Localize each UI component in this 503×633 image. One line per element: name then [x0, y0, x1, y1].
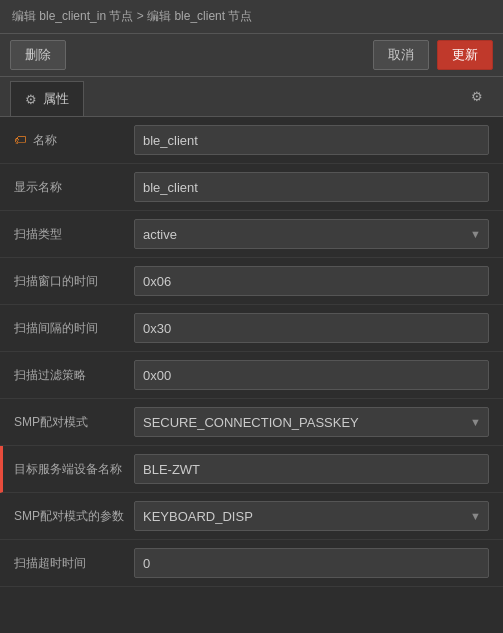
cancel-button[interactable]: 取消 [373, 40, 429, 70]
form-row-scan_interval: 扫描间隔的时间 [0, 305, 503, 352]
label-target_device: 目标服务端设备名称 [14, 461, 134, 478]
input-target_device[interactable] [134, 454, 489, 484]
label-name: 🏷名称 [14, 132, 134, 149]
label-display_name: 显示名称 [14, 179, 134, 196]
input-name[interactable] [134, 125, 489, 155]
label-scan_window: 扫描窗口的时间 [14, 273, 134, 290]
form-row-scan_filter: 扫描过滤策略 [0, 352, 503, 399]
label-text-scan_filter: 扫描过滤策略 [14, 367, 86, 384]
input-scan_timeout[interactable] [134, 548, 489, 578]
tag-icon: 🏷 [14, 132, 26, 149]
delete-button[interactable]: 删除 [10, 40, 66, 70]
tab-settings-gear[interactable]: ⚙ [461, 81, 493, 112]
select-wrapper-smp_params: KEYBOARD_DISPNO_INPUT_NO_OUTPUTDISPLAY_O… [134, 501, 489, 531]
form-row-display_name: 显示名称 [0, 164, 503, 211]
label-text-scan_interval: 扫描间隔的时间 [14, 320, 98, 337]
input-scan_window[interactable] [134, 266, 489, 296]
form-row-smp_params: SMP配对模式的参数KEYBOARD_DISPNO_INPUT_NO_OUTPU… [0, 493, 503, 540]
settings-gear-icon: ⚙ [471, 89, 483, 104]
label-text-target_device: 目标服务端设备名称 [14, 461, 122, 478]
label-scan_interval: 扫描间隔的时间 [14, 320, 134, 337]
form-row-scan_type: 扫描类型activepassive▼ [0, 211, 503, 258]
select-smp_params[interactable]: KEYBOARD_DISPNO_INPUT_NO_OUTPUTDISPLAY_O… [134, 501, 489, 531]
label-smp_params: SMP配对模式的参数 [14, 508, 134, 525]
form-row-scan_window: 扫描窗口的时间 [0, 258, 503, 305]
form-row-smp_mode: SMP配对模式SECURE_CONNECTION_PASSKEYJUST_WOR… [0, 399, 503, 446]
label-text-smp_mode: SMP配对模式 [14, 414, 88, 431]
breadcrumb: 编辑 ble_client_in 节点 > 编辑 ble_client 节点 [0, 0, 503, 34]
action-bar: 删除 取消 更新 [0, 34, 503, 77]
form-row-target_device: 目标服务端设备名称 [0, 446, 503, 493]
label-text-name: 名称 [33, 132, 57, 149]
form-row-scan_timeout: 扫描超时时间 [0, 540, 503, 587]
input-scan_interval[interactable] [134, 313, 489, 343]
label-smp_mode: SMP配对模式 [14, 414, 134, 431]
input-display_name[interactable] [134, 172, 489, 202]
label-text-scan_window: 扫描窗口的时间 [14, 273, 98, 290]
input-scan_filter[interactable] [134, 360, 489, 390]
tab-label: 属性 [43, 90, 69, 108]
select-wrapper-scan_type: activepassive▼ [134, 219, 489, 249]
tab-bar: ⚙ 属性 ⚙ [0, 77, 503, 117]
label-scan_type: 扫描类型 [14, 226, 134, 243]
select-smp_mode[interactable]: SECURE_CONNECTION_PASSKEYJUST_WORKSPASSK… [134, 407, 489, 437]
gear-icon: ⚙ [25, 92, 37, 107]
select-scan_type[interactable]: activepassive [134, 219, 489, 249]
content-area: 🏷名称显示名称扫描类型activepassive▼扫描窗口的时间扫描间隔的时间扫… [0, 117, 503, 633]
update-button[interactable]: 更新 [437, 40, 493, 70]
label-text-scan_type: 扫描类型 [14, 226, 62, 243]
label-scan_timeout: 扫描超时时间 [14, 555, 134, 572]
label-scan_filter: 扫描过滤策略 [14, 367, 134, 384]
label-text-smp_params: SMP配对模式的参数 [14, 508, 124, 525]
select-wrapper-smp_mode: SECURE_CONNECTION_PASSKEYJUST_WORKSPASSK… [134, 407, 489, 437]
tab-properties[interactable]: ⚙ 属性 [10, 81, 84, 116]
label-text-display_name: 显示名称 [14, 179, 62, 196]
label-text-scan_timeout: 扫描超时时间 [14, 555, 86, 572]
form-row-name: 🏷名称 [0, 117, 503, 164]
